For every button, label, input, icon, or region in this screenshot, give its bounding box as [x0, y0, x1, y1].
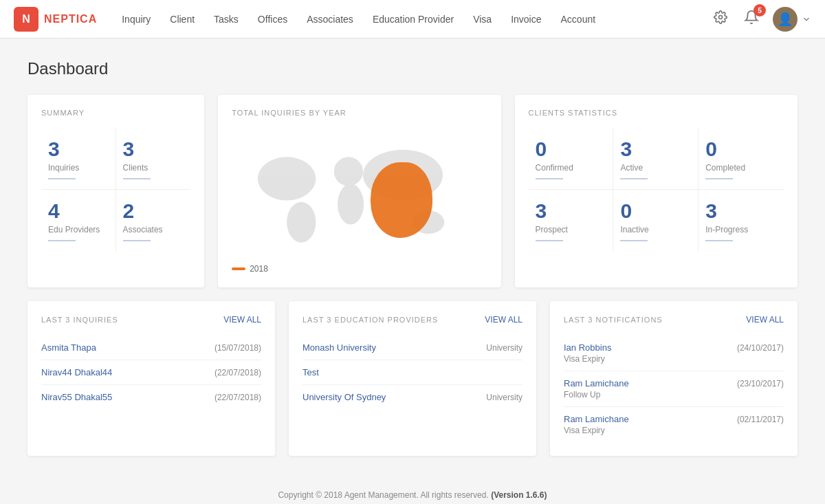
stat-completed-number: 0: [705, 138, 777, 160]
page-title: Dashboard: [28, 59, 798, 78]
summary-inquiries-number: 3: [48, 138, 109, 160]
brand-icon: N: [14, 7, 38, 32]
nav-tasks[interactable]: Tasks: [206, 10, 247, 29]
notif-item-0: Ian Robbins (24/10/2017) Visa Expiry: [564, 336, 784, 371]
list-item: Asmita Thapa (15/07/2018): [41, 336, 261, 360]
edu-name-0[interactable]: Monash University: [302, 342, 376, 353]
footer-version: (Version 1.6.6): [491, 490, 547, 500]
notif-type-2: Visa Expiry: [564, 426, 605, 435]
world-map-svg: [232, 128, 487, 259]
last-edu-title: LAST 3 EDUCATION PROVIDERS: [302, 316, 438, 324]
map-card: TOTAL INQUIRIES BY YEAR: [218, 95, 500, 287]
nav-client[interactable]: Client: [162, 10, 203, 29]
nav-offices[interactable]: Offices: [250, 10, 296, 29]
brand-name: NEPTICA: [44, 13, 97, 25]
legend-year: 2018: [250, 264, 268, 274]
notif-date-0: (24/10/2017): [737, 343, 784, 353]
inquiry-name-2[interactable]: Nirav55 Dhakal55: [41, 392, 112, 402]
last-inquiries-title: LAST 3 INQUIRIES: [41, 316, 118, 324]
edu-type-2: University: [486, 393, 522, 402]
stat-inactive-label: Inactive: [620, 225, 691, 234]
summary-edu-providers: 4 Edu Providers: [41, 190, 116, 251]
notif-name-0[interactable]: Ian Robbins: [564, 342, 611, 353]
summary-associates-line: [123, 240, 151, 241]
summary-edu-number: 4: [48, 199, 109, 222]
user-avatar-button[interactable]: 👤: [773, 7, 811, 32]
nav-education-provider[interactable]: Education Provider: [364, 10, 462, 29]
stat-confirmed-number: 0: [536, 138, 606, 160]
inquiry-name-0[interactable]: Asmita Thapa: [41, 342, 96, 353]
last-notif-title: LAST 3 NOTIFICATIONS: [564, 316, 663, 324]
stats-grid: 0 Confirmed 3 Active 0 Completed 3 Prosp…: [529, 128, 784, 251]
stat-completed-label: Completed: [705, 163, 777, 173]
stat-active-label: Active: [620, 163, 691, 173]
edu-type-0: University: [486, 343, 522, 353]
summary-clients-line: [123, 178, 151, 179]
footer: Copyright © 2018 Agent Management. All r…: [0, 476, 825, 504]
inquiry-date-2: (22/07/2018): [214, 393, 261, 402]
nav-links: Inquiry Client Tasks Offices Associates …: [113, 10, 711, 29]
summary-inquiries-line: [48, 178, 76, 179]
summary-label: SUMMARY: [41, 109, 190, 117]
nav-invoice[interactable]: Invoice: [503, 10, 549, 29]
settings-button[interactable]: [711, 8, 730, 30]
navbar-right: 5 👤: [711, 7, 811, 32]
summary-associates-number: 2: [123, 199, 184, 222]
avatar: 👤: [773, 7, 798, 32]
nav-visa[interactable]: Visa: [465, 10, 500, 29]
svg-point-1: [258, 157, 316, 200]
list-item: Nirav44 Dhakal44 (22/07/2018): [41, 360, 261, 385]
inquiries-view-all[interactable]: VIEW ALL: [223, 315, 261, 325]
main-content: Dashboard SUMMARY 3 Inquiries 3 Clients …: [0, 39, 825, 476]
list-item: Monash University University: [302, 336, 522, 360]
summary-clients: 3 Clients: [116, 128, 191, 190]
chevron-down-icon: [802, 14, 811, 24]
edu-name-2[interactable]: University Of Sydney: [302, 392, 386, 402]
svg-point-2: [287, 202, 316, 243]
stat-prospect-label: Prospect: [536, 225, 606, 234]
summary-inquiries: 3 Inquiries: [41, 128, 116, 190]
nav-associates[interactable]: Associates: [298, 10, 362, 29]
nav-account[interactable]: Account: [553, 10, 604, 29]
notif-name-1[interactable]: Ram Lamichane: [564, 378, 629, 388]
stat-active-number: 3: [620, 138, 691, 160]
summary-inquiries-label: Inquiries: [48, 163, 109, 173]
edu-list: Monash University University Test Univer…: [302, 336, 522, 409]
world-map: [232, 128, 487, 259]
stat-prospect-number: 3: [536, 199, 606, 222]
inquiry-date-1: (22/07/2018): [214, 368, 261, 377]
stat-confirmed-label: Confirmed: [536, 163, 606, 173]
map-label: TOTAL INQUIRIES BY YEAR: [232, 109, 487, 117]
notif-name-2[interactable]: Ram Lamichane: [564, 414, 629, 424]
notif-date-1: (23/10/2017): [737, 379, 784, 388]
summary-clients-number: 3: [123, 138, 184, 160]
map-legend: 2018: [232, 264, 487, 274]
top-row: SUMMARY 3 Inquiries 3 Clients 4 Edu Prov…: [28, 95, 798, 287]
edu-name-1[interactable]: Test: [302, 367, 319, 377]
stat-confirmed: 0 Confirmed: [529, 128, 614, 190]
list-item: Test: [302, 360, 522, 385]
summary-associates: 2 Associates: [116, 190, 191, 251]
summary-card: SUMMARY 3 Inquiries 3 Clients 4 Edu Prov…: [28, 95, 204, 287]
list-item: University Of Sydney University: [302, 385, 522, 409]
footer-text: Copyright © 2018 Agent Management. All r…: [278, 490, 488, 500]
inquiry-name-1[interactable]: Nirav44 Dhakal44: [41, 367, 112, 377]
notif-item-2: Ram Lamichane (02/11/2017) Visa Expiry: [564, 407, 784, 442]
brand[interactable]: N NEPTICA: [14, 7, 97, 32]
list-item: Nirav55 Dhakal55 (22/07/2018): [41, 385, 261, 409]
notif-date-2: (02/11/2017): [737, 415, 784, 424]
svg-point-0: [719, 16, 723, 19]
notif-view-all[interactable]: VIEW ALL: [746, 315, 784, 325]
summary-associates-label: Associates: [123, 225, 184, 234]
clients-stats-card: CLIENTS STATISTICS 0 Confirmed 3 Active …: [515, 95, 798, 287]
edu-view-all[interactable]: VIEW ALL: [485, 315, 522, 325]
svg-point-4: [338, 184, 364, 224]
nav-inquiry[interactable]: Inquiry: [113, 10, 159, 29]
notification-badge: 5: [754, 4, 766, 17]
summary-edu-label: Edu Providers: [48, 225, 109, 234]
stat-inactive: 0 Inactive: [613, 190, 698, 251]
last-notifications-card: LAST 3 NOTIFICATIONS VIEW ALL Ian Robbin…: [550, 301, 798, 456]
summary-clients-label: Clients: [123, 163, 184, 173]
notifications-button[interactable]: 5: [741, 7, 762, 31]
clients-stats-label: CLIENTS STATISTICS: [529, 109, 784, 117]
